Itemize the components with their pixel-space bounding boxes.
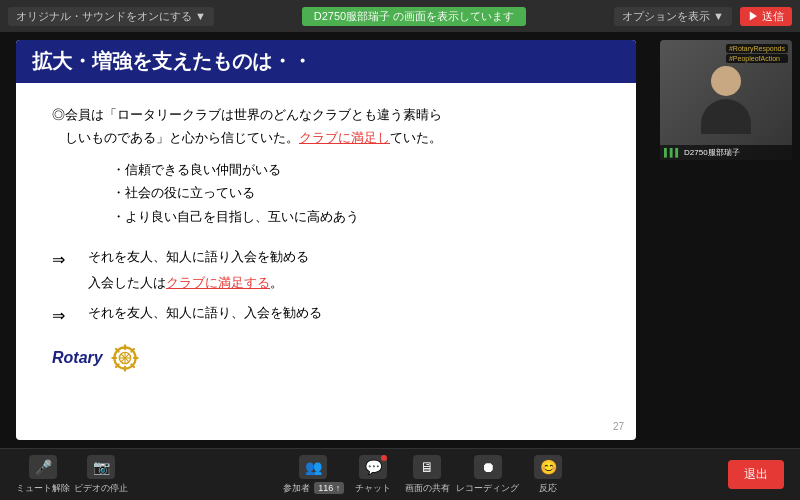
bullet-item-3: より良い自己を目指し、互いに高めあう xyxy=(112,205,600,228)
chat-label: チャット xyxy=(355,482,391,495)
participants-icon: 👥 xyxy=(299,455,327,479)
share-button[interactable]: ▶ 送信 xyxy=(740,7,792,26)
camera-icon: 📷 xyxy=(87,455,115,479)
participant-count: 116 ↑ xyxy=(314,482,344,494)
bullet-item-1: 信頼できる良い仲間がいる xyxy=(112,158,600,181)
toolbar-center-group: 👥 参加者 116 ↑ 💬 チャット 🖥 画面の共有 ⏺ レコーディング 😊 反… xyxy=(283,455,574,495)
record-icon: ⏺ xyxy=(474,455,502,479)
mute-label: ミュート解除 xyxy=(16,482,70,495)
options-button[interactable]: オプションを表示 ▼ xyxy=(614,7,732,26)
para1-text1: ◎会員は「ロータリークラブは世界のどんなクラブとも違う素晴ら xyxy=(52,107,442,122)
arrow-text-2: それを友人、知人に語り、入会を勧める xyxy=(88,300,322,326)
arrow-section: ⇒ それを友人、知人に語り入会を勧める 入会した人はクラブに満足する。 ⇒ それ… xyxy=(52,244,600,332)
presentation-slide: 拡大・増強を支えたものは・・ ◎会員は「ロータリークラブは世界のどんなクラブとも… xyxy=(16,40,636,440)
para1-end: ていた。 xyxy=(390,130,442,145)
top-bar-right: オプションを表示 ▼ ▶ 送信 xyxy=(614,7,792,26)
main-area: 拡大・増強を支えたものは・・ ◎会員は「ロータリークラブは世界のどんなクラブとも… xyxy=(0,32,800,448)
slide-area: 拡大・増強を支えたものは・・ ◎会員は「ロータリークラブは世界のどんなクラブとも… xyxy=(0,32,652,448)
top-bar: オリジナル・サウンドをオンにする ▼ D2750服部瑞子 の画面を表示しています… xyxy=(0,0,800,32)
slide-paragraph1: ◎会員は「ロータリークラブは世界のどんなクラブとも違う素晴ら しいものである」と… xyxy=(52,103,600,150)
participant-name: D2750服部瑞子 xyxy=(684,147,740,158)
arrow-icon-2: ⇒ xyxy=(52,300,76,332)
bullet-list: 信頼できる良い仲間がいる 社会の役に立っている より良い自己を目指し、互いに高め… xyxy=(112,158,600,228)
share-label: 画面の共有 xyxy=(405,482,450,495)
video-label: ビデオの停止 xyxy=(74,482,128,495)
record-label: レコーディング xyxy=(456,482,519,495)
chat-button[interactable]: 💬 チャット xyxy=(348,455,398,495)
share-screen-button[interactable]: 🖥 画面の共有 xyxy=(402,455,452,495)
share-icon: 🖥 xyxy=(413,455,441,479)
slide-page-number: 27 xyxy=(613,421,624,432)
slide-footer: Rotary xyxy=(52,344,600,373)
video-panel: #RotaryResponds #PeopleofAction ▌▌▌ D275… xyxy=(652,32,800,448)
signal-icon: ▌▌▌ xyxy=(664,148,681,157)
end-button[interactable]: 退出 xyxy=(728,460,784,489)
chat-notification-dot xyxy=(381,455,387,461)
arrow-row-2: ⇒ それを友人、知人に語り、入会を勧める xyxy=(52,300,600,332)
person-silhouette xyxy=(701,66,751,134)
sharing-status: D2750服部瑞子 の画面を表示しています xyxy=(302,7,526,26)
mute-button[interactable]: 🎤 ミュート解除 xyxy=(16,455,70,495)
participant-video: #RotaryResponds #PeopleofAction ▌▌▌ D275… xyxy=(660,40,792,160)
react-icon: 😊 xyxy=(534,455,562,479)
bullet-item-2: 社会の役に立っている xyxy=(112,181,600,204)
react-label: 反応 xyxy=(539,482,557,495)
bottom-toolbar: 🎤 ミュート解除 📷 ビデオの停止 👥 参加者 116 ↑ 💬 チャット xyxy=(0,448,800,500)
rotary-logo-text: Rotary xyxy=(52,344,103,373)
para1-underline: クラブに満足し xyxy=(299,130,390,145)
toolbar-right-group: 退出 xyxy=(728,460,784,489)
participants-icon-wrap: 👥 xyxy=(299,455,327,479)
arrow-text-1: それを友人、知人に語り入会を勧める 入会した人はクラブに満足する。 xyxy=(88,244,309,296)
participants-label: 参加者 116 ↑ xyxy=(283,482,345,495)
participants-button[interactable]: 👥 参加者 116 ↑ xyxy=(283,455,345,495)
chat-icon-wrap: 💬 xyxy=(359,455,387,479)
person-head xyxy=(711,66,741,96)
arrow-icon-1: ⇒ xyxy=(52,244,76,276)
arrow1-underline: クラブに満足する xyxy=(166,275,270,290)
person-body xyxy=(701,99,751,134)
audio-toggle[interactable]: オリジナル・サウンドをオンにする ▼ xyxy=(8,7,214,26)
hashtag-overlay: #RotaryResponds #PeopleofAction xyxy=(726,44,788,63)
rotary-gear-icon xyxy=(111,344,139,372)
video-button[interactable]: 📷 ビデオの停止 xyxy=(74,455,128,495)
participant-label: ▌▌▌ D2750服部瑞子 xyxy=(660,145,792,160)
mic-icon: 🎤 xyxy=(29,455,57,479)
slide-title: 拡大・増強を支えたものは・・ xyxy=(16,40,636,83)
para1-text2: しいものである」と心から信じていた。 xyxy=(52,130,299,145)
hashtag-1: #RotaryResponds xyxy=(726,44,788,53)
arrow-row-1: ⇒ それを友人、知人に語り入会を勧める 入会した人はクラブに満足する。 xyxy=(52,244,600,296)
toolbar-left-group: 🎤 ミュート解除 📷 ビデオの停止 xyxy=(16,455,128,495)
top-bar-left: オリジナル・サウンドをオンにする ▼ xyxy=(8,7,214,26)
hashtag-2: #PeopleofAction xyxy=(726,54,788,63)
slide-content: ◎会員は「ロータリークラブは世界のどんなクラブとも違う素晴ら しいものである」と… xyxy=(52,103,600,416)
record-button[interactable]: ⏺ レコーディング xyxy=(456,455,519,495)
react-button[interactable]: 😊 反応 xyxy=(523,455,573,495)
